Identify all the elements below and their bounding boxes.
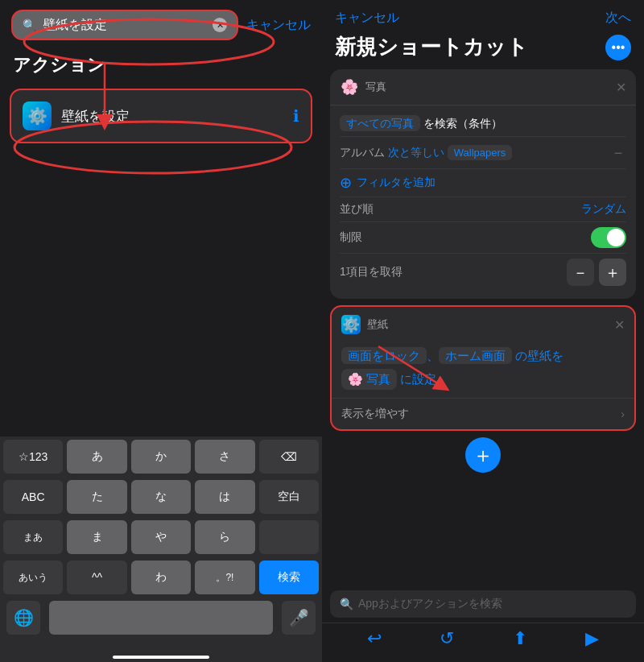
photo-card-body: すべての写真 を検索（条件） アルバム 次と等しい Wallpapers － ⊕… — [330, 106, 636, 299]
search-bar[interactable]: 🔍 ✕ — [11, 10, 238, 40]
right-search-bar[interactable]: 🔍 Appおよびアクションを検索 — [330, 590, 636, 618]
photo-card-close[interactable]: ✕ — [616, 80, 626, 95]
photo-card: 🌸 写真 ✕ すべての写真 を検索（条件） アルバム 次と等しい Wallpap… — [330, 69, 636, 299]
minus-button[interactable]: － — [567, 259, 594, 286]
search-bar-wrap: 🔍 ✕ — [11, 10, 238, 40]
right-title-row: 新規ショートカット ••• — [322, 30, 644, 69]
wallpaper-card-close[interactable]: ✕ — [614, 317, 625, 333]
kb-key-caret[interactable]: ^^ — [67, 561, 126, 594]
more-button[interactable]: ••• — [605, 35, 631, 60]
right-bottom-bar: ↩ ↺ ⬆ ▶ — [322, 623, 644, 662]
kb-key-blank — [259, 520, 319, 554]
bottom-share-button[interactable]: ⬆ — [513, 628, 527, 649]
kb-row-3: まあ ま や ら — [0, 517, 322, 557]
kb-key-ta[interactable]: た — [67, 480, 126, 514]
right-cancel-button[interactable]: キャンセル — [335, 10, 399, 27]
kb-key-ka[interactable]: か — [131, 440, 191, 474]
limit-row[interactable]: 制限 — [340, 222, 626, 254]
kb-row-4: あいう ^^ わ 。?! 検索 — [0, 557, 322, 598]
home-indicator — [113, 656, 209, 659]
limit-toggle[interactable] — [591, 227, 626, 248]
wallpaper-action-icon: ⚙️ — [23, 101, 52, 130]
bottom-undo-button[interactable]: ↩ — [367, 628, 382, 649]
kb-key-na[interactable]: な — [131, 480, 191, 514]
kb-key-search[interactable]: 検索 — [259, 561, 319, 594]
action-description-row: すべての写真 を検索（条件） — [340, 112, 626, 137]
album-row[interactable]: アルバム 次と等しい Wallpapers － — [340, 137, 626, 169]
kb-key-a[interactable]: あ — [67, 440, 126, 474]
photos-app-icon: 🌸 — [340, 77, 359, 97]
wallpaper-app-icon: ⚙️ — [341, 315, 361, 334]
kb-key-ya[interactable]: や — [131, 520, 191, 554]
sort-row[interactable]: 並び順 ランダム — [340, 197, 626, 222]
kb-key-sa[interactable]: さ — [195, 440, 254, 474]
kb-key-abc[interactable]: ABC — [3, 480, 63, 514]
right-panel: キャンセル 次へ 新規ショートカット ••• 🌸 写真 ✕ すべての写真 を検索… — [322, 0, 644, 662]
get-items-row: 1項目を取得 － ＋ — [340, 254, 626, 291]
kb-key-ha[interactable]: は — [195, 480, 254, 514]
clear-button[interactable]: ✕ — [213, 18, 227, 32]
search-input[interactable] — [43, 18, 206, 32]
cancel-button-left[interactable]: キャンセル — [246, 17, 311, 34]
photo-app-name: 写真 — [365, 80, 609, 94]
wallpaper-app-name: 壁紙 — [367, 317, 608, 332]
add-filter-row[interactable]: ⊕ フィルタを追加 — [340, 169, 626, 197]
kb-row-1: ☆123 あ か さ ⌫ — [0, 437, 322, 477]
kb-key-123[interactable]: ☆123 — [3, 440, 63, 474]
wallpaper-card-header: ⚙️ 壁紙 ✕ — [332, 307, 634, 342]
kb-key-maau[interactable]: まあ — [3, 520, 63, 554]
shortcut-content: 🌸 写真 ✕ すべての写真 を検索（条件） アルバム 次と等しい Wallpap… — [322, 69, 644, 587]
bottom-play-button[interactable]: ▶ — [585, 628, 599, 649]
kb-key-ma[interactable]: ま — [67, 520, 126, 554]
kb-key-aiu[interactable]: あいう — [3, 561, 63, 594]
show-more-row[interactable]: 表示を増やす › — [332, 398, 634, 429]
right-top-bar: キャンセル 次へ — [322, 0, 644, 30]
left-top-bar: 🔍 ✕ キャンセル — [0, 0, 322, 47]
add-action-button[interactable]: ＋ — [465, 437, 501, 473]
wallpaper-card-body: 画面をロック、ホーム画面 の壁紙を 🌸写真 に設定 — [332, 342, 634, 398]
wallpaper-action-text: 画面をロック、ホーム画面 の壁紙を 🌸写真 に設定 — [341, 347, 625, 390]
globe-button[interactable]: 🌐 — [6, 601, 40, 635]
action-item-wallpaper[interactable]: ⚙️ 壁紙を設定 ℹ — [10, 89, 312, 143]
right-next-button[interactable]: 次へ — [605, 10, 631, 27]
action-info-icon[interactable]: ℹ — [293, 106, 299, 126]
search-placeholder-right: Appおよびアクションを検索 — [358, 597, 502, 611]
wallpaper-card: ⚙️ 壁紙 ✕ 画面をロック、ホーム画面 の壁紙を 🌸写真 に設定 表示を増やす… — [330, 305, 636, 431]
plus-button[interactable]: ＋ — [599, 259, 626, 286]
kb-key-space[interactable]: 空白 — [259, 480, 319, 514]
page-title: 新規ショートカット — [335, 33, 528, 61]
kb-key-punct[interactable]: 。?! — [195, 561, 254, 594]
search-icon-right: 🔍 — [340, 598, 353, 610]
search-icon: 🔍 — [23, 19, 36, 31]
mic-button[interactable]: 🎤 — [282, 601, 316, 635]
bottom-redo-button[interactable]: ↺ — [440, 628, 454, 649]
kb-key-ra[interactable]: ら — [195, 520, 254, 554]
kb-key-backspace[interactable]: ⌫ — [259, 440, 319, 474]
kb-key-wa[interactable]: わ — [131, 561, 191, 594]
photo-card-header: 🌸 写真 ✕ — [330, 69, 636, 106]
keyboard: ☆123 あ か さ ⌫ ABC た な は 空白 まあ ま や ら あいう ^… — [0, 437, 322, 662]
action-item-label: 壁紙を設定 — [61, 107, 283, 126]
left-panel: 🔍 ✕ キャンセル アクション ⚙️ 壁紙を設定 ℹ ☆123 あ か さ ⌫ … — [0, 0, 322, 662]
kb-row-2: ABC た な は 空白 — [0, 477, 322, 517]
spacebar-button[interactable] — [49, 601, 273, 635]
kb-bottom-row: 🌐 🎤 — [0, 598, 322, 651]
actions-header: アクション — [0, 47, 322, 82]
